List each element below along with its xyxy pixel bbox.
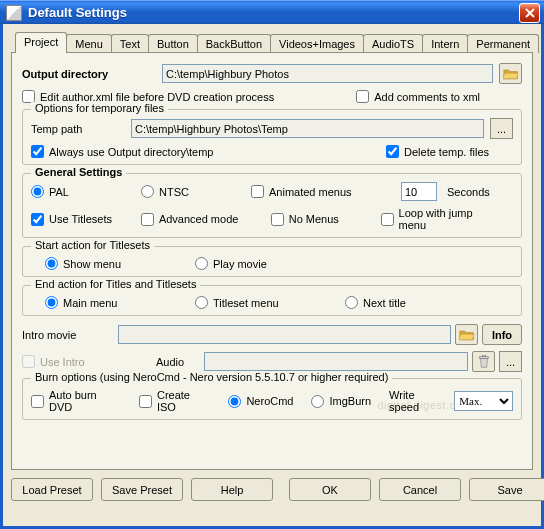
add-comments-label: Add comments to xml — [374, 91, 480, 103]
animated-label: Animated menus — [269, 186, 352, 198]
tab-panel-project: Output directory Edit author.xml file be… — [11, 52, 533, 470]
audio-input[interactable] — [204, 352, 468, 371]
showmenu-label: Show menu — [63, 258, 121, 270]
titlesets-label: Use Titlesets — [49, 213, 112, 225]
writespeed-label: Write speed — [389, 389, 446, 413]
audio-delete-button[interactable] — [472, 351, 495, 372]
intromovie-label: Intro movie — [22, 329, 118, 341]
animated-checkbox[interactable]: Animated menus — [251, 185, 391, 198]
tab-text[interactable]: Text — [111, 34, 149, 53]
autoburn-checkbox[interactable]: Auto burn DVD — [31, 389, 121, 413]
writespeed-select[interactable]: Max. — [454, 391, 513, 411]
createiso-checkbox[interactable]: Create ISO — [139, 389, 210, 413]
tab-intern[interactable]: Intern — [422, 34, 468, 53]
output-dir-browse-button[interactable] — [499, 63, 522, 84]
tab-button[interactable]: Button — [148, 34, 198, 53]
svg-rect-1 — [482, 355, 486, 357]
temp-path-browse-button[interactable]: ... — [490, 118, 513, 139]
nomenus-checkbox[interactable]: No Menus — [271, 213, 371, 226]
output-dir-input[interactable] — [162, 64, 493, 83]
advanced-checkbox[interactable]: Advanced mode — [141, 213, 261, 226]
audio-label: Audio — [156, 356, 204, 368]
window-title: Default Settings — [28, 5, 519, 20]
seconds-label: Seconds — [447, 186, 490, 198]
ntsc-label: NTSC — [159, 186, 189, 198]
delete-temp-checkbox[interactable]: Delete temp. files — [386, 145, 489, 158]
ntsc-radio[interactable]: NTSC — [141, 185, 241, 198]
tab-project[interactable]: Project — [15, 32, 67, 53]
temp-path-label: Temp path — [31, 123, 131, 135]
useintro-checkbox: Use Intro — [22, 355, 146, 368]
close-icon — [525, 8, 535, 18]
tab-menu[interactable]: Menu — [66, 34, 112, 53]
temp-path-input[interactable] — [131, 119, 484, 138]
save-button[interactable]: Save — [469, 478, 544, 501]
pal-radio[interactable]: PAL — [31, 185, 131, 198]
title-bar: Default Settings — [0, 0, 544, 24]
general-legend: General Settings — [31, 166, 126, 178]
mainmenu-radio[interactable]: Main menu — [45, 296, 185, 309]
imgburn-radio[interactable]: ImgBurn — [311, 395, 371, 408]
createiso-label: Create ISO — [157, 389, 210, 413]
info-button[interactable]: Info — [482, 324, 522, 345]
imgburn-label: ImgBurn — [329, 395, 371, 407]
trash-icon — [476, 355, 492, 369]
burn-legend: Burn options (using NeroCmd - Nero versi… — [31, 371, 392, 383]
nomenus-label: No Menus — [289, 213, 339, 225]
output-dir-label: Output directory — [22, 68, 162, 80]
always-tempdir-checkbox[interactable]: Always use Output directory\temp — [31, 145, 213, 158]
pal-label: PAL — [49, 186, 69, 198]
tab-backbutton[interactable]: BackButton — [197, 34, 271, 53]
startaction-group: Start action for Titlesets Show menu Pla… — [22, 246, 522, 277]
tempfiles-legend: Options for temporary files — [31, 102, 168, 114]
delete-temp-label: Delete temp. files — [404, 146, 489, 158]
folder-icon — [459, 328, 475, 342]
playmovie-radio[interactable]: Play movie — [195, 257, 267, 270]
loopjump-checkbox[interactable]: Loop with jump menu — [381, 207, 503, 231]
svg-rect-0 — [479, 356, 488, 358]
app-icon — [6, 5, 22, 21]
intromovie-browse-button[interactable] — [455, 324, 478, 345]
burn-group: Burn options (using NeroCmd - Nero versi… — [22, 378, 522, 420]
useintro-label: Use Intro — [40, 356, 85, 368]
tab-permanent[interactable]: Permanent — [467, 34, 539, 53]
edit-author-label: Edit author.xml file before DVD creation… — [40, 91, 274, 103]
tab-strip: Project Menu Text Button BackButton Vide… — [15, 32, 533, 53]
close-button[interactable] — [519, 3, 540, 23]
advanced-label: Advanced mode — [159, 213, 239, 225]
ok-button[interactable]: OK — [289, 478, 371, 501]
general-group: General Settings PAL NTSC Animated menus… — [22, 173, 522, 238]
audio-browse-button[interactable]: ... — [499, 351, 522, 372]
seconds-input[interactable] — [401, 182, 437, 201]
titlesets-checkbox[interactable]: Use Titlesets — [31, 213, 131, 226]
playmovie-label: Play movie — [213, 258, 267, 270]
intromovie-input[interactable] — [118, 325, 451, 344]
autoburn-label: Auto burn DVD — [49, 389, 121, 413]
dialog-button-bar: Load Preset Save Preset Help OK Cancel S… — [11, 478, 533, 501]
endaction-legend: End action for Titles and Titlesets — [31, 278, 200, 290]
titlesetmenu-label: Titleset menu — [213, 297, 279, 309]
loopjump-label: Loop with jump menu — [399, 207, 503, 231]
folder-icon — [503, 67, 519, 81]
nexttitle-radio[interactable]: Next title — [345, 296, 406, 309]
client-area: Project Menu Text Button BackButton Vide… — [0, 24, 544, 529]
endaction-group: End action for Titles and Titlesets Main… — [22, 285, 522, 316]
mainmenu-label: Main menu — [63, 297, 117, 309]
titlesetmenu-radio[interactable]: Titleset menu — [195, 296, 335, 309]
nerocmd-radio[interactable]: NeroCmd — [228, 395, 293, 408]
load-preset-button[interactable]: Load Preset — [11, 478, 93, 501]
tab-videosimages[interactable]: Videos+Images — [270, 34, 364, 53]
tempfiles-group: Options for temporary files Temp path ..… — [22, 109, 522, 165]
help-button[interactable]: Help — [191, 478, 273, 501]
always-tempdir-label: Always use Output directory\temp — [49, 146, 213, 158]
save-preset-button[interactable]: Save Preset — [101, 478, 183, 501]
nerocmd-label: NeroCmd — [246, 395, 293, 407]
nexttitle-label: Next title — [363, 297, 406, 309]
cancel-button[interactable]: Cancel — [379, 478, 461, 501]
showmenu-radio[interactable]: Show menu — [45, 257, 185, 270]
startaction-legend: Start action for Titlesets — [31, 239, 154, 251]
add-comments-checkbox[interactable]: Add comments to xml — [356, 90, 480, 103]
tab-audiots[interactable]: AudioTS — [363, 34, 423, 53]
